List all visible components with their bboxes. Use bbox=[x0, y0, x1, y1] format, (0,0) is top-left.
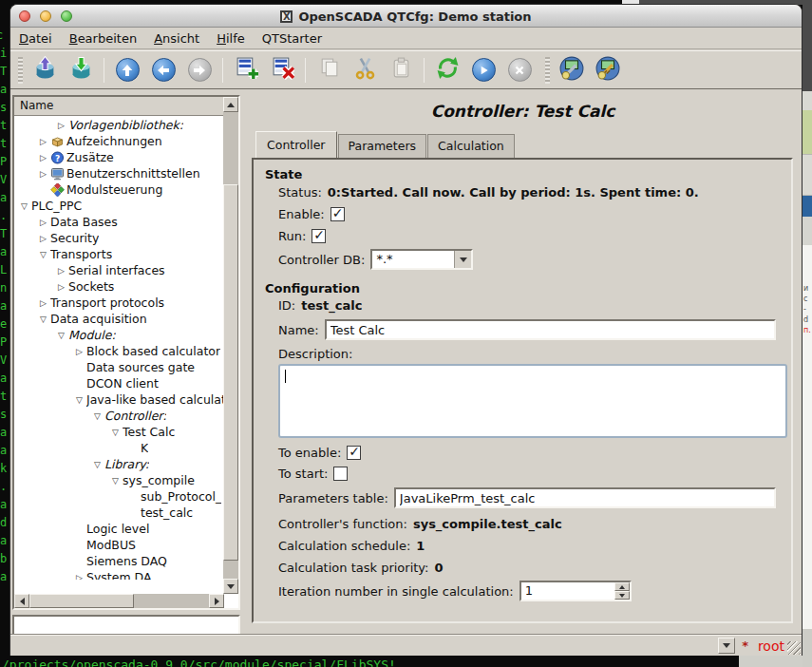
scroll-right-button[interactable] bbox=[209, 594, 224, 608]
tree-item-zusaetze[interactable]: ▷?Zusätze bbox=[14, 149, 224, 165]
horizontal-scrollbar[interactable] bbox=[14, 594, 224, 608]
tree-item-sys-compile[interactable]: ▽sys_compile bbox=[14, 472, 224, 488]
params-table-input[interactable] bbox=[394, 487, 776, 508]
collapse-down-icon[interactable]: ▽ bbox=[108, 476, 123, 486]
stop-button bbox=[504, 55, 535, 86]
tree-item-system-da[interactable]: ▷System DA bbox=[14, 569, 224, 580]
tab-calculation[interactable]: Calculation bbox=[427, 134, 515, 158]
tree-item-serial-interfaces[interactable]: ▷Serial interfaces bbox=[14, 262, 224, 278]
toolbar-grip[interactable] bbox=[545, 57, 550, 84]
refresh-button[interactable] bbox=[432, 55, 463, 86]
tree-column-header[interactable]: Name bbox=[14, 97, 224, 116]
go-back-button[interactable] bbox=[148, 55, 179, 86]
tree-item-k[interactable]: K bbox=[14, 440, 224, 456]
expand-right-icon[interactable]: ▷ bbox=[54, 282, 68, 292]
collapse-down-icon[interactable]: ▽ bbox=[36, 250, 50, 259]
name-input[interactable] bbox=[325, 319, 776, 340]
qtstarter-configurator-button[interactable] bbox=[557, 55, 587, 86]
tree-item-plc-ppc[interactable]: ▽PLC_PPC bbox=[14, 198, 224, 214]
openscada-qtcfg-window: X OpenSCADA QTCfg: Demo station Datei Be… bbox=[9, 4, 803, 656]
vertical-scrollbar-thumb[interactable] bbox=[223, 184, 238, 561]
tree-item-sockets[interactable]: ▷Sockets bbox=[14, 278, 224, 295]
tree-item-logic-level[interactable]: Logic level bbox=[14, 521, 224, 537]
expand-right-icon[interactable]: ▷ bbox=[36, 137, 50, 146]
menu-datei[interactable]: Datei bbox=[10, 29, 61, 48]
collapse-down-icon[interactable]: ▽ bbox=[90, 460, 104, 469]
tree-item-controller-group[interactable]: ▽Controller: bbox=[14, 408, 224, 424]
collapse-down-icon[interactable]: ▽ bbox=[54, 331, 68, 340]
tree-item-modulsteuerung[interactable]: Modulsteuerung bbox=[14, 181, 224, 198]
load-from-db-button[interactable] bbox=[29, 55, 60, 86]
tree-item-transports[interactable]: ▽Transports bbox=[14, 246, 224, 262]
to-enable-checkbox[interactable] bbox=[347, 446, 361, 460]
vertical-scrollbar[interactable] bbox=[223, 97, 238, 594]
controller-db-select[interactable]: *.* bbox=[370, 249, 473, 270]
expand-right-icon[interactable]: ▷ bbox=[36, 169, 50, 179]
menu-hilfe[interactable]: Hilfe bbox=[208, 29, 254, 48]
tree-item-test-calc-function[interactable]: test_calc bbox=[14, 505, 224, 521]
modules-icon bbox=[50, 183, 66, 197]
scroll-down-button[interactable] bbox=[223, 579, 238, 594]
collapse-down-icon[interactable]: ▽ bbox=[90, 411, 104, 421]
tree-item-benutzerschnittstellen[interactable]: ▷Benutzerschnittstellen bbox=[14, 165, 224, 181]
dropdown-arrow-icon[interactable] bbox=[454, 251, 471, 268]
tree-item-library-group[interactable]: ▽Library: bbox=[14, 456, 224, 472]
iteration-spinbox[interactable]: 1 bbox=[519, 581, 632, 601]
enable-checkbox[interactable] bbox=[330, 207, 345, 221]
toolbar-grip[interactable] bbox=[18, 57, 23, 84]
tree-item-modbus[interactable]: ModBUS bbox=[14, 537, 224, 553]
spin-up-button[interactable] bbox=[614, 582, 630, 591]
expand-right-icon[interactable]: ▷ bbox=[36, 153, 50, 162]
cut-item-button[interactable] bbox=[349, 55, 380, 86]
start-button[interactable] bbox=[468, 55, 499, 86]
down-triangle-icon bbox=[227, 584, 235, 589]
scroll-left-button[interactable] bbox=[14, 594, 29, 608]
modified-indicator: * bbox=[742, 638, 748, 653]
save-to-db-button[interactable] bbox=[66, 55, 96, 86]
tree-item-dcon-client[interactable]: DCON client bbox=[14, 375, 224, 391]
description-textarea[interactable] bbox=[278, 364, 787, 438]
tab-parameters[interactable]: Parameters bbox=[338, 134, 427, 158]
tree-item-sub-protocol[interactable]: sub_Protocol_ bbox=[14, 488, 224, 505]
tree-item-block-based-calculator[interactable]: ▷Block based calculator bbox=[14, 343, 224, 359]
tree-item-vorlagenbibliothek[interactable]: ▷Vorlagenbibliothek: bbox=[14, 117, 224, 133]
tree-item-security[interactable]: ▷Security bbox=[14, 230, 224, 246]
collapse-down-icon[interactable]: ▽ bbox=[17, 201, 31, 211]
titlebar[interactable]: X OpenSCADA QTCfg: Demo station bbox=[10, 5, 802, 28]
expand-right-icon[interactable]: ▷ bbox=[72, 573, 86, 581]
tree-item-test-calc[interactable]: ▽Test Calc bbox=[14, 424, 224, 440]
tree-item-data-bases[interactable]: ▷Data Bases bbox=[14, 214, 224, 230]
expand-right-icon[interactable]: ▷ bbox=[54, 266, 68, 276]
tree-item-transport-protocols[interactable]: ▷Transport protocols bbox=[14, 295, 224, 311]
add-item-button[interactable] bbox=[231, 55, 261, 86]
expand-right-icon[interactable]: ▷ bbox=[54, 121, 68, 130]
tab-controller[interactable]: Controller bbox=[255, 131, 337, 158]
collapse-down-icon[interactable]: ▽ bbox=[108, 428, 123, 437]
collapse-down-icon[interactable]: ▽ bbox=[36, 314, 50, 324]
menu-ansicht[interactable]: Ansicht bbox=[145, 29, 208, 48]
qtstarter-vision-button[interactable] bbox=[593, 55, 623, 86]
menu-qtstarter[interactable]: QTStarter bbox=[254, 29, 330, 48]
resize-grip-icon[interactable] bbox=[787, 641, 801, 655]
go-up-button[interactable] bbox=[112, 55, 142, 86]
tree-item-siemens-daq[interactable]: Siemens DAQ bbox=[14, 553, 224, 569]
expand-right-icon[interactable]: ▷ bbox=[36, 218, 50, 227]
expand-right-icon[interactable]: ▷ bbox=[36, 234, 50, 243]
expand-right-icon[interactable]: ▷ bbox=[36, 298, 50, 308]
tree-item-module[interactable]: ▽Module: bbox=[14, 327, 224, 343]
scroll-up-button[interactable] bbox=[223, 97, 238, 112]
current-user[interactable]: root bbox=[758, 638, 784, 654]
tree-item-java-like-based-calculator[interactable]: ▽Java-like based calculator bbox=[14, 391, 224, 408]
run-checkbox[interactable] bbox=[312, 229, 326, 243]
tree-item-aufzeichnungen[interactable]: ▷Aufzeichnungen bbox=[14, 133, 224, 149]
tree-item-data-sources-gate[interactable]: Data sources gate bbox=[14, 359, 224, 375]
statusbar-dropdown-button[interactable] bbox=[718, 638, 735, 654]
horizontal-scrollbar-thumb[interactable] bbox=[29, 594, 134, 608]
menu-bearbeiten[interactable]: Bearbeiten bbox=[61, 29, 145, 48]
tree-item-data-acquisition[interactable]: ▽Data acquisition bbox=[14, 311, 224, 327]
to-start-checkbox[interactable] bbox=[333, 467, 348, 481]
collapse-down-icon[interactable]: ▽ bbox=[72, 395, 86, 405]
expand-right-icon[interactable]: ▷ bbox=[72, 347, 86, 356]
spin-down-button[interactable] bbox=[614, 591, 630, 600]
delete-item-button[interactable] bbox=[267, 55, 297, 86]
